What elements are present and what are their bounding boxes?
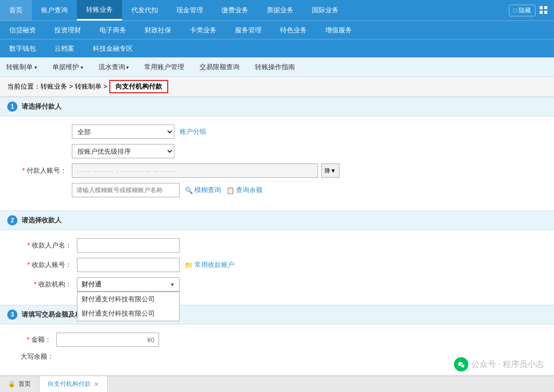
amount-input[interactable]	[56, 333, 159, 347]
nav-international[interactable]: 国际业务	[303, 0, 348, 20]
nav-digital-wallet[interactable]: 数字钱包	[0, 39, 45, 57]
account-group-link[interactable]: 账户分组	[180, 127, 206, 136]
section1-form: 全部 账户分组 按账户优先级排序 付款人账号： ····· ······· ··…	[0, 116, 554, 211]
subnav-document-maintain[interactable]: 单据维护 ▾	[46, 63, 89, 72]
nav-investment[interactable]: 投资理财	[45, 21, 90, 39]
payee-account-label: 收款人账号：	[27, 261, 72, 269]
payee-name-label: 收款人户名：	[27, 241, 72, 249]
hide-icon: □	[513, 7, 517, 14]
payee-account-input[interactable]	[77, 258, 180, 272]
section1-title: 请选择付款人	[22, 102, 62, 111]
nav-credit[interactable]: 信贷融资	[0, 21, 45, 39]
common-accounts-icon: 📁	[185, 261, 193, 269]
subnav-chevron-0: ▾	[33, 65, 37, 70]
section2-number: 2	[7, 215, 17, 225]
nav-value-added[interactable]: 增值服务	[316, 21, 361, 39]
sub-nav-bar: 转账制单 ▾ 单据维护 ▾ 流水查询 ▾ 常用账户管理 交易限额查询 转账操作指…	[0, 57, 554, 77]
nav-fintech[interactable]: 科技金融专区	[84, 39, 142, 57]
section1-header: 1 请选择付款人	[0, 97, 554, 116]
grid-view-button[interactable]	[540, 6, 548, 14]
tab-bar: 🔒 首页 向支付机构付款 ✕	[0, 376, 554, 392]
nav-ecommerce[interactable]: 电子商务	[90, 21, 135, 39]
nav-card-service[interactable]: 卡类业务	[181, 21, 226, 39]
top-nav-bar: 首页 账户查询 转账业务 代发代扣 现金管理 缴费业务 票据业务 国际业务 □ …	[0, 0, 554, 20]
tab-payment[interactable]: 向支付机构付款 ✕	[39, 376, 108, 392]
hide-label: 隐藏	[519, 6, 531, 15]
nav-fee-service[interactable]: 缴费业务	[212, 0, 258, 20]
payer-account-display: ····· ······· ············ ········	[72, 163, 318, 178]
tab-home-label: 首页	[18, 380, 31, 388]
dropdown-item-0[interactable]: 财付通支付科技有限公司	[77, 292, 179, 306]
subnav-transfer-guide[interactable]: 转账操作指南	[249, 63, 301, 72]
balance-icon: 📋	[226, 187, 234, 194]
nav-finance-social[interactable]: 财政社保	[135, 21, 181, 39]
breadcrumb-bar: 当前位置：转账业务 > 转账制单 > 向支付机构付款	[0, 77, 554, 97]
capitalize-label: 大写余额：	[21, 353, 54, 360]
collection-org-dropdown: 财付通支付科技有限公司 财付通支付科技有限公司	[77, 292, 180, 321]
section3-number: 3	[7, 310, 17, 320]
third-nav-bar: 数字钱包 云档案 科技金融专区	[0, 39, 554, 57]
nav-account-query[interactable]: 账户查询	[32, 0, 77, 20]
nav-home[interactable]: 首页	[0, 0, 32, 20]
nav-cloud-archive[interactable]: 云档案	[45, 39, 84, 57]
section1-number: 1	[7, 101, 17, 112]
amount-label: 金额：	[27, 336, 51, 343]
nav-bill-service[interactable]: 票据业务	[258, 0, 303, 20]
subnav-common-accounts[interactable]: 常用账户管理	[138, 63, 190, 72]
check-balance-link[interactable]: 📋 查询余额	[226, 185, 263, 195]
section2-title: 请选择收款人	[22, 216, 62, 225]
tab-close-icon[interactable]: ✕	[94, 381, 99, 388]
section3-form: 金额： 大写余额：	[0, 324, 554, 375]
dropdown-item-1[interactable]: 财付通支付科技有限公司	[77, 306, 179, 321]
account-filter-select[interactable]: 全部	[72, 125, 174, 139]
nav-service-management[interactable]: 服务管理	[226, 21, 271, 39]
nav-special-service[interactable]: 特色业务	[271, 21, 316, 39]
account-select-arrow[interactable]: 降▼	[321, 163, 340, 178]
section2-header: 2 请选择收款人	[0, 211, 554, 230]
subnav-transfer-order[interactable]: 转账制单 ▾	[6, 63, 43, 72]
main-content: 1 请选择付款人 全部 账户分组 按账户优先级排序 付款人账号： ····· ·…	[0, 97, 554, 375]
breadcrumb-path: 当前位置：转账业务 > 转账制单 >	[7, 82, 107, 91]
account-sort-select[interactable]: 按账户优先级排序	[72, 144, 174, 158]
subnav-flow-query[interactable]: 流水查询 ▾	[92, 63, 135, 72]
nav-cash-management[interactable]: 现金管理	[167, 0, 212, 20]
tab-payment-label: 向支付机构付款	[48, 380, 91, 388]
search-icon: 🔍	[185, 187, 193, 194]
hide-button[interactable]: □ 隐藏	[509, 5, 536, 16]
account-dots: ····· ······· ············ ········	[76, 167, 177, 175]
common-accounts-link[interactable]: 📁 常用收款账户	[185, 260, 234, 270]
tab-home[interactable]: 🔒 首页	[0, 376, 39, 392]
lock-icon: 🔒	[8, 381, 15, 387]
nav-transfer[interactable]: 转账业务	[77, 0, 122, 20]
collection-org-label: 收款机构：	[34, 280, 72, 288]
collection-org-select[interactable]: 财付通	[77, 277, 180, 292]
breadcrumb-current: 向支付机构付款	[109, 80, 168, 93]
subnav-chevron-1: ▾	[79, 65, 83, 70]
account-search-input[interactable]	[72, 183, 180, 197]
payee-name-input[interactable]	[77, 238, 180, 253]
nav-agency-deduction[interactable]: 代发代扣	[122, 0, 167, 20]
fuzzy-query-link[interactable]: 🔍 模糊查询	[185, 185, 221, 195]
section2-form: 收款人户名： 收款人账号： 📁 常用收款账户 收款机构： 财付通	[0, 230, 554, 305]
subnav-chevron-2: ▾	[125, 65, 129, 70]
second-nav-bar: 信贷融资 投资理财 电子商务 财政社保 卡类业务 服务管理 特色业务 增值服务	[0, 20, 554, 39]
subnav-trade-limit[interactable]: 交易限额查询	[193, 63, 246, 72]
payer-account-label: 付款人账号：	[22, 167, 67, 174]
